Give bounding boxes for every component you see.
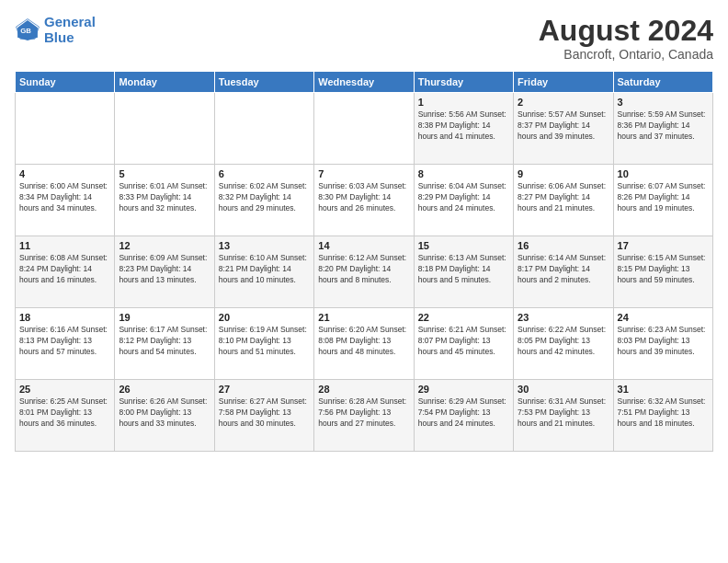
calendar-subtitle: Bancroft, Ontario, Canada <box>539 47 713 62</box>
day-number: 10 <box>618 168 709 179</box>
day-info: Sunrise: 6:26 AM Sunset: 8:00 PM Dayligh… <box>119 396 210 430</box>
col-thursday: Thursday <box>414 72 513 93</box>
day-info: Sunrise: 6:23 AM Sunset: 8:03 PM Dayligh… <box>618 325 709 358</box>
day-cell-3-3: 21Sunrise: 6:20 AM Sunset: 8:08 PM Dayli… <box>314 308 414 380</box>
day-cell-1-4: 8Sunrise: 6:04 AM Sunset: 8:29 PM Daylig… <box>414 165 513 236</box>
day-cell-2-0: 11Sunrise: 6:08 AM Sunset: 8:24 PM Dayli… <box>16 236 115 308</box>
day-number: 18 <box>19 312 110 323</box>
day-number: 27 <box>219 384 310 395</box>
day-cell-4-6: 31Sunrise: 6:32 AM Sunset: 7:51 PM Dayli… <box>613 380 712 452</box>
logo-text: General Blue <box>44 15 96 45</box>
day-cell-2-6: 17Sunrise: 6:15 AM Sunset: 8:15 PM Dayli… <box>613 236 712 308</box>
day-cell-4-3: 28Sunrise: 6:28 AM Sunset: 7:56 PM Dayli… <box>314 380 414 452</box>
day-cell-0-5: 2Sunrise: 5:57 AM Sunset: 8:37 PM Daylig… <box>514 93 613 165</box>
day-info: Sunrise: 6:08 AM Sunset: 8:24 PM Dayligh… <box>19 253 110 286</box>
day-cell-3-0: 18Sunrise: 6:16 AM Sunset: 8:13 PM Dayli… <box>16 308 115 380</box>
day-cell-3-2: 20Sunrise: 6:19 AM Sunset: 8:10 PM Dayli… <box>214 308 313 380</box>
logo: GB General Blue <box>15 15 96 45</box>
day-cell-1-1: 5Sunrise: 6:01 AM Sunset: 8:33 PM Daylig… <box>115 165 214 236</box>
day-number: 7 <box>318 168 409 179</box>
day-number: 19 <box>119 312 210 323</box>
col-tuesday: Tuesday <box>214 72 313 93</box>
day-info: Sunrise: 6:06 AM Sunset: 8:27 PM Dayligh… <box>518 181 609 214</box>
calendar-title: August 2024 <box>539 15 713 47</box>
day-info: Sunrise: 6:16 AM Sunset: 8:13 PM Dayligh… <box>19 325 110 358</box>
day-number: 22 <box>418 312 509 323</box>
day-number: 4 <box>19 168 110 179</box>
day-number: 6 <box>219 168 310 179</box>
day-number: 15 <box>418 240 509 251</box>
calendar-body: 1Sunrise: 5:56 AM Sunset: 8:38 PM Daylig… <box>16 93 713 452</box>
day-cell-3-1: 19Sunrise: 6:17 AM Sunset: 8:12 PM Dayli… <box>115 308 214 380</box>
day-info: Sunrise: 6:14 AM Sunset: 8:17 PM Dayligh… <box>518 253 609 286</box>
logo-icon: GB <box>15 17 40 43</box>
col-saturday: Saturday <box>613 72 712 93</box>
day-number: 11 <box>19 240 110 251</box>
day-info: Sunrise: 6:04 AM Sunset: 8:29 PM Dayligh… <box>418 181 509 214</box>
page: GB General Blue August 2024 Bancroft, On… <box>0 0 728 563</box>
day-info: Sunrise: 5:59 AM Sunset: 8:36 PM Dayligh… <box>618 109 709 143</box>
week-row-5: 25Sunrise: 6:25 AM Sunset: 8:01 PM Dayli… <box>16 380 713 452</box>
day-number: 23 <box>518 312 609 323</box>
day-number: 31 <box>618 384 709 395</box>
day-number: 3 <box>618 97 709 108</box>
day-number: 28 <box>318 384 409 395</box>
day-info: Sunrise: 6:32 AM Sunset: 7:51 PM Dayligh… <box>618 396 709 430</box>
day-cell-0-1 <box>115 93 214 165</box>
day-number: 9 <box>518 168 609 179</box>
day-cell-0-4: 1Sunrise: 5:56 AM Sunset: 8:38 PM Daylig… <box>414 93 513 165</box>
day-info: Sunrise: 6:03 AM Sunset: 8:30 PM Dayligh… <box>318 181 409 214</box>
day-cell-0-3 <box>314 93 414 165</box>
week-row-1: 1Sunrise: 5:56 AM Sunset: 8:38 PM Daylig… <box>16 93 713 165</box>
calendar-table: Sunday Monday Tuesday Wednesday Thursday… <box>15 71 713 452</box>
day-info: Sunrise: 6:22 AM Sunset: 8:05 PM Dayligh… <box>518 325 609 358</box>
day-info: Sunrise: 5:56 AM Sunset: 8:38 PM Dayligh… <box>418 109 509 143</box>
day-info: Sunrise: 6:00 AM Sunset: 8:34 PM Dayligh… <box>19 181 110 214</box>
day-number: 30 <box>518 384 609 395</box>
day-info: Sunrise: 6:31 AM Sunset: 7:53 PM Dayligh… <box>518 396 609 430</box>
day-number: 14 <box>318 240 409 251</box>
day-number: 24 <box>618 312 709 323</box>
days-header-row: Sunday Monday Tuesday Wednesday Thursday… <box>16 72 713 93</box>
day-cell-4-5: 30Sunrise: 6:31 AM Sunset: 7:53 PM Dayli… <box>514 380 613 452</box>
day-cell-3-6: 24Sunrise: 6:23 AM Sunset: 8:03 PM Dayli… <box>613 308 712 380</box>
day-cell-4-2: 27Sunrise: 6:27 AM Sunset: 7:58 PM Dayli… <box>214 380 313 452</box>
day-cell-2-1: 12Sunrise: 6:09 AM Sunset: 8:23 PM Dayli… <box>115 236 214 308</box>
day-number: 16 <box>518 240 609 251</box>
day-number: 21 <box>318 312 409 323</box>
day-info: Sunrise: 6:27 AM Sunset: 7:58 PM Dayligh… <box>219 396 310 430</box>
day-number: 17 <box>618 240 709 251</box>
day-info: Sunrise: 6:20 AM Sunset: 8:08 PM Dayligh… <box>318 325 409 358</box>
day-cell-1-2: 6Sunrise: 6:02 AM Sunset: 8:32 PM Daylig… <box>214 165 313 236</box>
day-cell-1-0: 4Sunrise: 6:00 AM Sunset: 8:34 PM Daylig… <box>16 165 115 236</box>
day-cell-1-3: 7Sunrise: 6:03 AM Sunset: 8:30 PM Daylig… <box>314 165 414 236</box>
day-cell-0-0 <box>16 93 115 165</box>
day-number: 2 <box>518 97 609 108</box>
header: GB General Blue August 2024 Bancroft, On… <box>15 15 713 62</box>
day-info: Sunrise: 6:15 AM Sunset: 8:15 PM Dayligh… <box>618 253 709 286</box>
day-number: 13 <box>219 240 310 251</box>
day-cell-3-4: 22Sunrise: 6:21 AM Sunset: 8:07 PM Dayli… <box>414 308 513 380</box>
day-number: 8 <box>418 168 509 179</box>
day-info: Sunrise: 6:19 AM Sunset: 8:10 PM Dayligh… <box>219 325 310 358</box>
day-info: Sunrise: 6:25 AM Sunset: 8:01 PM Dayligh… <box>19 396 110 430</box>
day-info: Sunrise: 6:07 AM Sunset: 8:26 PM Dayligh… <box>618 181 709 214</box>
day-info: Sunrise: 6:09 AM Sunset: 8:23 PM Dayligh… <box>119 253 210 286</box>
col-wednesday: Wednesday <box>314 72 414 93</box>
svg-text:GB: GB <box>20 27 31 35</box>
day-cell-4-1: 26Sunrise: 6:26 AM Sunset: 8:00 PM Dayli… <box>115 380 214 452</box>
col-friday: Friday <box>514 72 613 93</box>
title-block: August 2024 Bancroft, Ontario, Canada <box>539 15 713 62</box>
day-cell-4-4: 29Sunrise: 6:29 AM Sunset: 7:54 PM Dayli… <box>414 380 513 452</box>
day-info: Sunrise: 6:21 AM Sunset: 8:07 PM Dayligh… <box>418 325 509 358</box>
week-row-2: 4Sunrise: 6:00 AM Sunset: 8:34 PM Daylig… <box>16 165 713 236</box>
day-number: 5 <box>119 168 210 179</box>
day-info: Sunrise: 6:12 AM Sunset: 8:20 PM Dayligh… <box>318 253 409 286</box>
day-number: 1 <box>418 97 509 108</box>
day-info: Sunrise: 6:02 AM Sunset: 8:32 PM Dayligh… <box>219 181 310 214</box>
day-cell-0-6: 3Sunrise: 5:59 AM Sunset: 8:36 PM Daylig… <box>613 93 712 165</box>
day-info: Sunrise: 5:57 AM Sunset: 8:37 PM Dayligh… <box>518 109 609 143</box>
day-number: 12 <box>119 240 210 251</box>
day-info: Sunrise: 6:13 AM Sunset: 8:18 PM Dayligh… <box>418 253 509 286</box>
day-info: Sunrise: 6:17 AM Sunset: 8:12 PM Dayligh… <box>119 325 210 358</box>
